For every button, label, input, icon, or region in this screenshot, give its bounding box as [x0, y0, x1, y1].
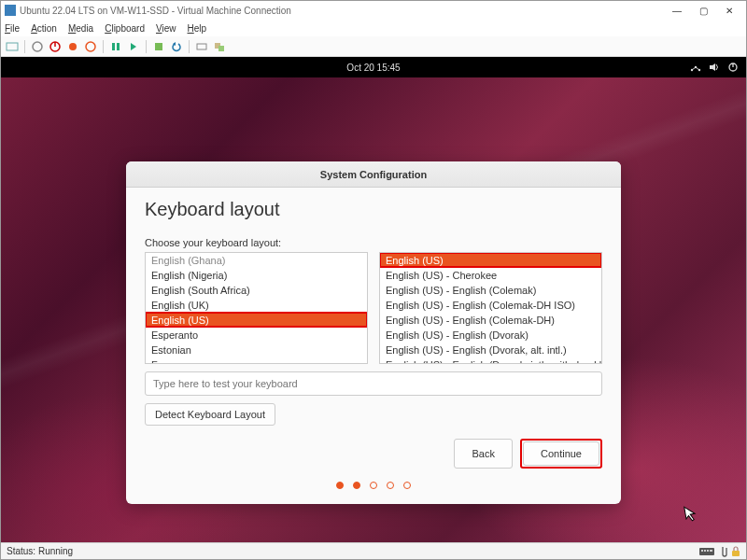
keyboard-test-input[interactable] [145, 371, 602, 396]
host-statusbar: Status: Running [1, 542, 746, 559]
maximize-button[interactable]: ▢ [690, 2, 716, 19]
continue-button[interactable]: Continue [523, 441, 599, 466]
close-button[interactable]: ✕ [716, 2, 742, 19]
svg-rect-26 [707, 550, 709, 552]
lock-icon [731, 546, 740, 557]
list-item[interactable]: English (US) - English (Colemak-DH) [380, 313, 601, 328]
shutdown-icon[interactable] [65, 39, 80, 54]
list-item[interactable]: English (US) - English (Dvorak) [380, 328, 601, 343]
attachment-icon [718, 545, 727, 558]
list-item-selected[interactable]: English (US) [380, 253, 601, 268]
svg-marker-8 [131, 43, 136, 50]
installer-titlebar: System Configuration [126, 161, 621, 188]
enhanced-icon[interactable] [194, 39, 209, 54]
status-text: Status: Running [7, 546, 73, 556]
host-title: Ubuntu 22.04 LTS on VM-W11-SSD - Virtual… [20, 6, 664, 16]
share-icon[interactable] [212, 39, 227, 54]
menu-file[interactable]: File [5, 23, 20, 34]
svg-point-5 [86, 42, 95, 51]
layout-list-left[interactable]: English (Ghana) English (Nigeria) Englis… [145, 252, 368, 364]
list-item[interactable]: Estonian [146, 343, 367, 357]
progress-dots [145, 482, 602, 489]
red-highlight-continue: Continue [520, 439, 602, 469]
ubuntu-topbar: Oct 20 15:45 [1, 57, 746, 77]
list-item[interactable]: English (US) - Cherokee [380, 268, 601, 283]
layout-prompt: Choose your keyboard layout: [145, 237, 602, 248]
minimize-button[interactable]: — [664, 2, 690, 19]
progress-dot [353, 482, 360, 489]
svg-rect-25 [704, 550, 706, 552]
svg-point-1 [33, 42, 42, 51]
svg-rect-7 [117, 43, 120, 50]
svg-line-18 [696, 67, 699, 70]
host-titlebar: Ubuntu 22.04 LTS on VM-W11-SSD - Virtual… [1, 1, 746, 20]
progress-dot [387, 482, 394, 489]
svg-rect-11 [197, 44, 206, 49]
svg-rect-6 [112, 43, 115, 50]
progress-dot [403, 482, 411, 489]
svg-marker-19 [710, 63, 715, 71]
menu-help[interactable]: Help [188, 23, 207, 34]
host-menubar: File Action Media Clipboard View Help [1, 20, 746, 36]
svg-rect-0 [7, 43, 18, 50]
layout-list-right[interactable]: English (US) English (US) - Cherokee Eng… [379, 252, 602, 364]
list-item[interactable]: Faroese [146, 357, 367, 364]
svg-rect-27 [710, 550, 712, 552]
list-item-selected[interactable]: English (US) [146, 313, 367, 328]
svg-point-4 [69, 43, 77, 50]
list-item[interactable]: Esperanto [146, 328, 367, 343]
power-menu-icon[interactable] [727, 62, 739, 73]
app-icon [5, 5, 16, 16]
list-item[interactable]: English (Ghana) [146, 253, 367, 268]
menu-clipboard[interactable]: Clipboard [105, 23, 145, 34]
pause-icon[interactable] [108, 39, 123, 54]
list-item[interactable]: English (South Africa) [146, 283, 367, 298]
vm-screen[interactable]: Oct 20 15:45 System Configuration Keyboa… [1, 57, 746, 542]
svg-rect-13 [218, 46, 224, 51]
list-item[interactable]: English (US) - English (Dvorak, alt. int… [380, 343, 601, 357]
menu-media[interactable]: Media [68, 23, 93, 34]
progress-dot [336, 482, 344, 489]
network-icon[interactable] [690, 63, 701, 72]
revert-icon[interactable] [169, 39, 184, 54]
svg-marker-22 [684, 505, 697, 521]
list-item[interactable]: English (Nigeria) [146, 268, 367, 283]
svg-line-17 [692, 67, 696, 70]
menu-action[interactable]: Action [31, 23, 57, 34]
keyboard-icon [699, 547, 714, 556]
installer-title: System Configuration [320, 169, 427, 180]
installer-heading: Keyboard layout [145, 199, 602, 220]
detect-keyboard-button[interactable]: Detect Keyboard Layout [145, 403, 275, 426]
checkpoint-icon[interactable] [151, 39, 166, 54]
progress-dot [370, 482, 377, 489]
reset-icon[interactable] [126, 39, 141, 54]
cursor-icon [684, 504, 699, 523]
installer-window: System Configuration Keyboard layout Cho… [126, 161, 621, 504]
menu-view[interactable]: View [156, 23, 176, 34]
ctrl-alt-del-icon[interactable] [5, 39, 20, 54]
list-item[interactable]: English (US) - English (Colemak-DH ISO) [380, 298, 601, 313]
list-item[interactable]: English (US) - English (Dvorak, intl., w… [380, 357, 601, 364]
svg-rect-9 [155, 43, 162, 50]
ubuntu-clock: Oct 20 15:45 [346, 63, 400, 73]
power-icon[interactable] [48, 39, 63, 54]
list-item[interactable]: English (US) - English (Colemak) [380, 283, 601, 298]
save-icon[interactable] [83, 39, 98, 54]
host-window: Ubuntu 22.04 LTS on VM-W11-SSD - Virtual… [0, 0, 747, 560]
back-button[interactable]: Back [454, 439, 512, 469]
svg-rect-28 [732, 551, 740, 556]
host-toolbar [1, 36, 746, 57]
volume-icon[interactable] [709, 63, 720, 72]
start-icon[interactable] [30, 39, 45, 54]
list-item[interactable]: English (UK) [146, 298, 367, 313]
svg-rect-24 [701, 550, 703, 552]
